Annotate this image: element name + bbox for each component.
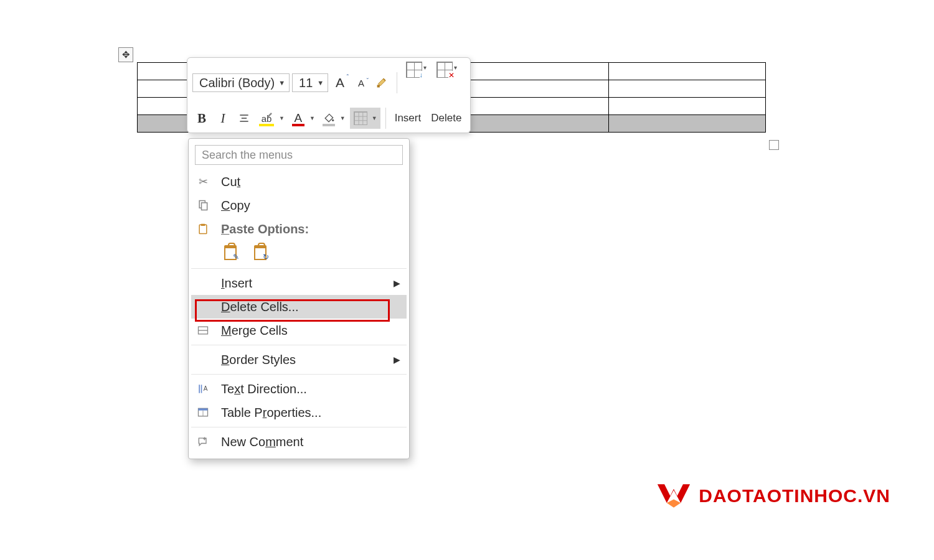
shrink-font-button[interactable]: A (352, 73, 370, 92)
delete-button[interactable]: Delete (427, 112, 465, 124)
highlight-color-button[interactable]: ab (256, 109, 277, 128)
mini-toolbar-row-1: Calibri (Body) ▼ 11 ▼ A A (192, 62, 465, 104)
text-direction-icon: A (194, 383, 212, 395)
paste-merge-button[interactable] (251, 243, 270, 262)
new-comment-icon (194, 436, 212, 448)
toolbar-separator (385, 108, 386, 129)
insert-button[interactable]: Insert (391, 112, 425, 124)
menu-item-table-properties[interactable]: Table Properties... (191, 401, 407, 424)
table-move-handle[interactable]: ✥ (118, 47, 133, 62)
menu-separator (191, 374, 407, 375)
watermark-text: DAOTAOTINHOC.VN (699, 485, 890, 506)
menu-item-label: Table Properties... (221, 406, 400, 420)
toolbar-separator (397, 72, 397, 93)
submenu-arrow-icon: ▶ (394, 355, 400, 365)
copy-icon (194, 199, 212, 212)
table-insert-split-button[interactable]: ▾ (402, 62, 430, 104)
menu-item-delete-cells[interactable]: Delete Cells... (191, 295, 407, 319)
font-name-select[interactable]: Calibri (Body) ▼ (192, 73, 290, 92)
menu-item-label: Merge Cells (221, 324, 400, 338)
merge-cells-icon (194, 324, 212, 337)
table-delete-icon (436, 62, 453, 78)
menu-item-text-direction[interactable]: A Text Direction... (191, 377, 407, 401)
svg-rect-8 (201, 224, 205, 226)
table-properties-icon (194, 406, 212, 419)
font-size-value: 11 (299, 76, 313, 90)
table-resize-handle[interactable] (769, 140, 779, 150)
bold-button[interactable]: B (192, 109, 211, 128)
menu-search-input[interactable]: Search the menus (195, 145, 403, 165)
cut-icon: ✂ (194, 175, 212, 189)
borders-icon (354, 111, 367, 125)
paste-keep-source-button[interactable] (221, 243, 240, 262)
clipboard-merge-icon (254, 245, 267, 260)
chevron-down-icon[interactable]: ▼ (370, 109, 379, 128)
menu-separator (191, 427, 407, 427)
insert-label: Insert (395, 112, 422, 124)
menu-item-insert[interactable]: Insert ▶ (191, 271, 407, 295)
format-painter-button[interactable] (373, 73, 392, 92)
highlighter-icon (266, 110, 275, 119)
menu-item-copy[interactable]: Copy (191, 194, 407, 217)
svg-rect-15 (199, 408, 208, 410)
chevron-down-icon[interactable]: ▼ (338, 109, 347, 128)
highlight-color-swatch (259, 124, 274, 126)
table-delete-split-button[interactable]: ▾ (433, 62, 461, 104)
font-size-select[interactable]: 11 ▼ (292, 73, 328, 92)
borders-split-button[interactable]: ▼ (350, 108, 380, 129)
italic-button[interactable]: I (214, 109, 232, 128)
table-insert-icon (406, 62, 422, 78)
menu-item-label: Paste Options: (221, 222, 400, 236)
shading-button[interactable] (319, 109, 338, 128)
font-color-button[interactable]: A (289, 109, 308, 128)
shading-split-button[interactable]: ▼ (319, 109, 347, 128)
menu-item-cut[interactable]: ✂ Cut (191, 170, 407, 194)
menu-separator (191, 345, 407, 345)
borders-button[interactable] (351, 109, 370, 128)
menu-item-label: New Comment (221, 435, 400, 449)
highlight-color-split-button[interactable]: ab ▼ (256, 109, 286, 128)
clipboard-keep-icon (224, 245, 237, 260)
delete-label: Delete (431, 112, 461, 124)
menu-item-paste-options: Paste Options: (191, 217, 407, 241)
svg-point-4 (332, 119, 334, 121)
chevron-down-icon[interactable]: ▼ (277, 109, 286, 128)
mini-toolbar: Calibri (Body) ▼ 11 ▼ A A (187, 57, 471, 133)
align-center-icon (238, 112, 250, 124)
menu-item-merge-cells[interactable]: Merge Cells (191, 319, 407, 342)
shrink-font-icon: A (358, 78, 364, 88)
paint-bucket-icon (323, 112, 335, 124)
menu-item-label: Border Styles (221, 353, 385, 367)
font-color-a-icon: A (295, 111, 303, 125)
shading-color-swatch (323, 124, 335, 126)
watermark: DAOTAOTINHOC.VN (656, 482, 890, 510)
menu-item-border-styles[interactable]: Border Styles ▶ (191, 348, 407, 371)
grow-font-button[interactable]: A (331, 73, 349, 92)
menu-item-label: Delete Cells... (221, 300, 400, 314)
paste-options-row (191, 241, 407, 269)
chevron-down-icon: ▼ (278, 79, 285, 86)
chevron-down-icon[interactable]: ▼ (308, 109, 317, 128)
mini-toolbar-row-2: B I ab ▼ A (192, 108, 465, 129)
font-color-split-button[interactable]: A ▼ (289, 109, 317, 128)
menu-item-label: Insert (221, 276, 385, 291)
chevron-down-icon: ▾ (454, 64, 457, 71)
context-menu: Search the menus ✂ Cut Copy Paste Option… (188, 138, 410, 459)
font-color-swatch (292, 124, 304, 126)
svg-rect-6 (202, 203, 207, 210)
svg-rect-0 (377, 85, 380, 87)
chevron-down-icon: ▾ (423, 64, 427, 71)
bold-icon: B (197, 111, 206, 126)
menu-item-label: Cut (221, 175, 400, 189)
svg-text:A: A (204, 385, 208, 392)
submenu-arrow-icon: ▶ (394, 278, 400, 288)
align-button[interactable] (235, 109, 253, 128)
italic-icon: I (221, 111, 225, 126)
paste-icon (194, 223, 212, 235)
menu-item-new-comment[interactable]: New Comment (191, 430, 407, 454)
watermark-logo-icon (656, 482, 691, 510)
format-painter-icon (376, 77, 389, 89)
menu-item-label: Text Direction... (221, 382, 400, 396)
svg-rect-7 (199, 225, 207, 233)
chevron-down-icon: ▼ (317, 79, 324, 86)
